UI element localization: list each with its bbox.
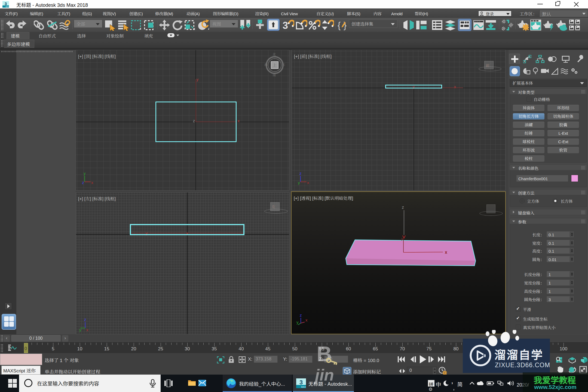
- svg-text:x: x: [91, 180, 93, 185]
- svg-text:y: y: [298, 180, 300, 185]
- svg-text:y: y: [84, 172, 86, 176]
- svg-text:x: x: [86, 327, 88, 332]
- svg-text:3: 3: [283, 20, 288, 30]
- svg-text:z: z: [300, 314, 302, 317]
- svg-text:y: y: [401, 237, 403, 241]
- svg-text:z: z: [299, 172, 302, 176]
- svg-text:3: 3: [299, 379, 303, 386]
- svg-text:x: x: [305, 318, 308, 322]
- svg-text:z: z: [82, 180, 84, 185]
- svg-text:z: z: [84, 318, 86, 322]
- svg-text:x: x: [307, 180, 309, 185]
- svg-text:{: {: [338, 20, 341, 30]
- svg-text:z: z: [402, 205, 404, 210]
- svg-text:y: y: [79, 327, 81, 332]
- svg-text:3: 3: [5, 1, 7, 6]
- svg-text:y: y: [296, 320, 299, 324]
- svg-text:x: x: [445, 250, 447, 255]
- svg-text:MAX: MAX: [5, 6, 9, 8]
- svg-text:MAX: MAX: [301, 386, 306, 388]
